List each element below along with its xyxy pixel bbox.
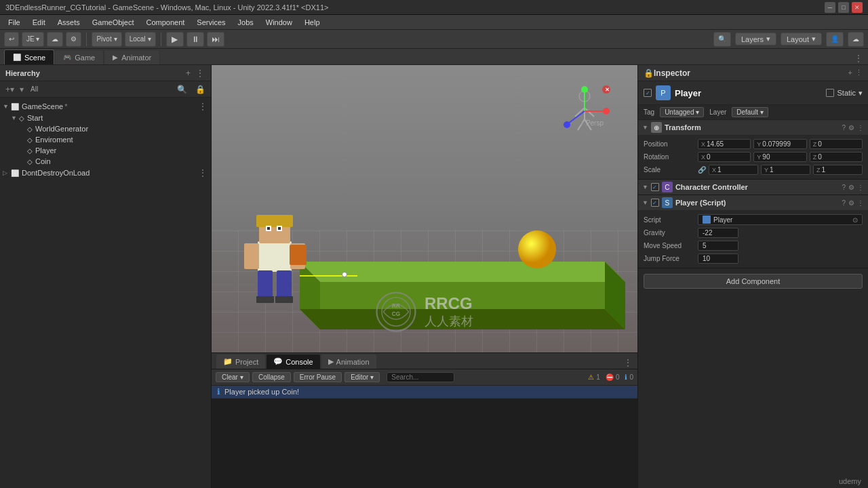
menu-jobs[interactable]: Jobs [233,17,259,28]
hierarchy-item-worldgenerator[interactable]: ▷ ◇ WorldGenerator [0,123,211,134]
menu-component[interactable]: Component [140,17,190,28]
tab-scene[interactable]: ⬜ Scene [4,49,54,64]
menu-edit[interactable]: Edit [27,17,51,28]
close-button[interactable]: ✕ [852,2,863,13]
move-speed-field[interactable]: 5 [698,241,738,251]
tab-project[interactable]: 📁 Project [216,354,266,369]
char-controller-header[interactable]: ▼ C Character Controller ? ⚙ ⋮ [638,180,868,195]
settings-button[interactable]: ⚙ [66,32,81,47]
console-message-row[interactable]: ℹ Player picked up Coin! [212,386,637,399]
transform-header[interactable]: ▼ ⊕ Transform ? ⚙ ⋮ [638,120,868,135]
menu-file[interactable]: File [3,17,26,28]
console-search[interactable] [387,372,454,382]
menu-assets[interactable]: Assets [52,17,85,28]
script-ref[interactable]: Player ⊙ [698,214,863,225]
hier-search-btn[interactable]: 🔍 [176,85,189,94]
minimize-button[interactable]: ─ [825,2,835,13]
tag-dropdown[interactable]: Untagged ▾ [660,107,704,117]
search-button[interactable]: 🔍 [713,32,731,47]
char-ctrl-settings-btn[interactable]: ⚙ [848,184,854,191]
transform-more-btn[interactable]: ⋮ [857,124,864,131]
menu-gameobject[interactable]: GameObject [87,17,140,28]
transform-help-btn[interactable]: ? [842,124,846,131]
gamescene-options[interactable]: ⋮ [197,102,208,111]
tab-console[interactable]: 💬 Console [266,354,320,369]
scale-y-field[interactable]: Y 1 [761,165,810,175]
scene-options-button[interactable]: ⋮ [853,54,864,63]
cloud-button[interactable]: ☁ [47,32,63,47]
clear-button[interactable]: Clear ▾ [216,372,250,382]
start-label: Start [27,114,43,122]
undo-button[interactable]: ↩ [4,32,19,47]
static-dropdown[interactable]: ▾ [859,89,863,98]
rot-y-field[interactable]: Y 90 [753,152,806,162]
scene-view[interactable]: ✋ ✥ ↻ ⤡ ▭ ⊕ Pivot ▾ Local ▾ 2D 💡 🔊 ✨ Sha… [212,65,637,352]
ps-settings-btn[interactable]: ⚙ [848,199,854,207]
pivot-toggle[interactable]: Pivot ▾ [92,32,121,47]
step-button[interactable]: ⏭ [207,32,224,47]
layers-dropdown[interactable]: Layers ▾ [735,33,776,45]
rot-x-field[interactable]: X 0 [698,152,751,162]
inspector-more-icon[interactable]: ⋮ [855,68,863,77]
add-component-button[interactable]: Add Component [644,274,863,289]
script-select-icon[interactable]: ⊙ [852,216,858,224]
layer-dropdown[interactable]: Default ▾ [732,107,768,117]
hierarchy-item-gamescene[interactable]: ▼ ⬜ GameScene * ⋮ [0,100,211,113]
play-button[interactable]: ▶ [166,32,184,47]
warning-count[interactable]: ⚠ 1 [588,373,600,381]
hierarchy-options-button[interactable]: ⋮ [195,68,205,78]
error-pause-button[interactable]: Error Pause [294,372,342,382]
tab-animation[interactable]: ▶ Animation [321,354,377,369]
editor-mode[interactable]: JE ▾ [22,32,44,47]
gizmo-svg[interactable]: ✕ [557,84,612,138]
inspector-add-icon[interactable]: + [848,68,852,77]
error-count[interactable]: ⛔ 0 [606,373,620,381]
local-toggle[interactable]: Local ▾ [125,32,156,47]
hierarchy-item-player[interactable]: ▷ ◇ Player [0,145,211,156]
inspector-lock-icon[interactable]: 🔒 [644,68,654,78]
collab-btn[interactable]: 👤 [826,32,844,47]
tab-game[interactable]: 🎮 Game [54,49,104,64]
pos-y-field[interactable]: Y 0.079999 [753,139,806,149]
jump-force-field[interactable]: 10 [698,253,738,264]
char-ctrl-help-btn[interactable]: ? [842,184,846,191]
maximize-button[interactable]: □ [838,2,849,13]
hier-lock-btn[interactable]: 🔒 [194,85,207,94]
hierarchy-item-start[interactable]: ▼ ◇ Start [0,113,211,123]
static-checkbox[interactable] [826,89,834,97]
hierarchy-item-enviroment[interactable]: ▷ ◇ Enviroment [0,134,211,145]
ps-help-btn[interactable]: ? [842,199,846,207]
scale-x-field[interactable]: X 1 [709,165,758,175]
hierarchy-add-button[interactable]: + [184,68,192,78]
char-ctrl-more-btn[interactable]: ⋮ [857,184,864,191]
scale-z-field[interactable]: Z 1 [813,165,863,175]
pos-x-field[interactable]: X 14.65 [698,139,751,149]
object-active-checkbox[interactable] [644,89,652,97]
bottom-panel-options[interactable]: ⋮ [623,358,633,367]
hierarchy-item-dontdestroy[interactable]: ▷ ⬜ DontDestroyOnLoad ⋮ [0,167,211,179]
layout-dropdown[interactable]: Layout ▾ [781,33,822,45]
hierarchy-item-coin[interactable]: ▷ ◇ Coin [0,156,211,167]
account-btn[interactable]: ☁ [848,32,864,47]
pause-button[interactable]: ⏸ [186,32,204,47]
menu-help[interactable]: Help [299,17,326,28]
scale-lock-icon[interactable]: 🔗 [698,166,706,174]
menu-services[interactable]: Services [191,17,231,28]
persp-label[interactable]: ◁ Persp [580,119,604,127]
menu-window[interactable]: Window [260,17,298,28]
hier-add-btn[interactable]: +▾ [4,85,16,94]
player-script-checkbox[interactable] [651,199,659,207]
tab-animator[interactable]: ▶ Animator [104,49,160,64]
hier-sort-btn[interactable]: ▾ [18,85,25,94]
char-ctrl-checkbox[interactable] [651,183,659,191]
dontdestroy-options[interactable]: ⋮ [197,168,208,178]
gravity-field[interactable]: -22 [698,228,738,238]
pos-z-field[interactable]: Z 0 [810,139,863,149]
transform-settings-btn[interactable]: ⚙ [848,124,854,131]
rot-z-field[interactable]: Z 0 [810,152,863,162]
player-script-header[interactable]: ▼ S Player (Script) ? ⚙ ⋮ [638,195,868,210]
info-count[interactable]: ℹ 0 [625,373,633,381]
ps-more-btn[interactable]: ⋮ [857,199,864,207]
editor-dropdown[interactable]: Editor ▾ [344,372,380,382]
collapse-button[interactable]: Collapse [252,372,291,382]
